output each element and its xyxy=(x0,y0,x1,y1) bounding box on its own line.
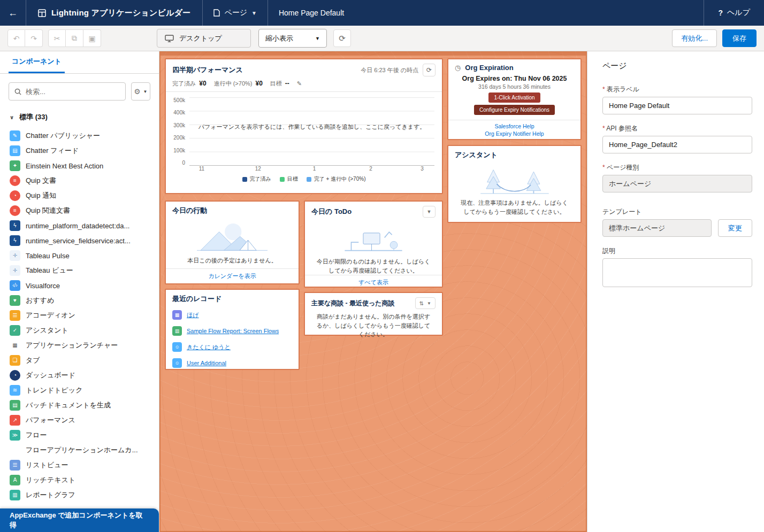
pages-menu-button[interactable]: ページ ▼ xyxy=(203,0,268,26)
performance-refresh-button[interactable]: ⟳ xyxy=(423,64,436,76)
app-builder-title-section: Lightning アプリケーションビルダー xyxy=(26,0,203,26)
component-list-item[interactable]: ≡ Quip 関連文書 xyxy=(0,203,159,218)
component-list-item[interactable]: ≋ トレンドトピック xyxy=(0,383,159,398)
display-label-input[interactable] xyxy=(602,97,752,114)
recent-record-item[interactable]: ☺ きたくに ゆうと xyxy=(166,339,299,355)
app-launcher-icon: ▦ xyxy=(10,340,20,351)
template-field: テンプレート 変更 xyxy=(602,207,752,237)
chevron-down-icon: ▼ xyxy=(315,36,320,41)
legend-swatch xyxy=(242,177,247,182)
key-deals-title: 主要な商談 - 最近使った商談 xyxy=(311,299,395,308)
todays-events-empty-message: 本日この後の予定はありません。 xyxy=(166,256,299,265)
component-list-item[interactable]: ▤ Chatter フィード xyxy=(0,143,159,158)
component-list-item[interactable]: ▥ レポートグラフ xyxy=(0,488,159,503)
assistant-component[interactable]: アシスタント 現在、注意事項はありません。しばらくしてからもう一度確認してくだ xyxy=(447,145,582,223)
record-link[interactable]: きたくに ゆうと xyxy=(187,343,231,351)
component-list-item[interactable]: ϟ runtime_platform_datadetect:da... xyxy=(0,218,159,233)
quip-notification-icon: ◔ xyxy=(10,190,20,201)
y-tick-label: 100k xyxy=(173,148,185,153)
component-settings-button[interactable]: ⚙ ▼ xyxy=(131,82,150,101)
component-list-item[interactable]: フローアプリケーションホームカ... xyxy=(0,443,159,458)
todays-events-component[interactable]: 今日の行動 本日この後の予定はありません。 カレンダーを表示 xyxy=(165,201,300,284)
device-selector[interactable]: デスクトップ xyxy=(157,29,251,48)
component-search-input[interactable] xyxy=(26,88,120,96)
org-expiry-notifier-help-link[interactable]: Org Expiry Notifier Help xyxy=(485,130,544,137)
recent-records-component[interactable]: 最近のレコード ▦ ほげ ▥ Sample Flow Report: Scree… xyxy=(165,289,300,370)
legend-swatch xyxy=(307,177,311,182)
recent-record-item[interactable]: ☺ User Additional xyxy=(166,355,299,371)
api-name-field: API 参照名 xyxy=(602,124,752,153)
salesforce-help-link[interactable]: Salesforce Help xyxy=(494,123,534,129)
copy-icon: ⧉ xyxy=(72,34,77,43)
component-list-item[interactable]: ▤ バッチドキュメントを生成 xyxy=(0,398,159,413)
back-arrow-icon: ← xyxy=(8,7,18,19)
component-list-item[interactable]: ♥ おすすめ xyxy=(0,293,159,308)
edit-goal-icon[interactable]: ✎ xyxy=(297,80,302,87)
org-expiration-links: Salesforce Help Org Expiry Notifier Help xyxy=(448,120,580,139)
component-list-item[interactable]: ↗ パフォーマンス xyxy=(0,413,159,428)
copy-button[interactable]: ⧉ xyxy=(66,29,83,47)
help-button[interactable]: ? ヘルプ xyxy=(704,0,764,26)
activate-button[interactable]: 有効化... xyxy=(672,29,717,47)
component-list-item[interactable]: ▦ アプリケーションランチャー xyxy=(0,338,159,353)
performance-icon: ↗ xyxy=(10,415,20,426)
user-icon: ☺ xyxy=(172,358,182,368)
cut-button[interactable]: ✂ xyxy=(48,29,66,47)
component-list-item[interactable]: ✎ Chatter パブリッシャー xyxy=(0,128,159,143)
view-all-link[interactable]: すべて表示 xyxy=(305,279,442,287)
component-list-item[interactable]: ◔ Quip 通知 xyxy=(0,188,159,203)
component-list-item[interactable]: A リッチテキスト xyxy=(0,473,159,488)
page-canvas[interactable]: 四半期パフォーマンス 今日 6:23 午後 の時点 ⟳ 完了済み ¥0 xyxy=(159,51,587,532)
one-click-activation-button[interactable]: 1-Click Activation xyxy=(488,92,540,103)
component-list-item[interactable]: ϟ runtime_service_fieldservice:act... xyxy=(0,233,159,248)
gear-icon: ⚙ xyxy=(134,88,141,96)
zoom-select[interactable]: 縮小表示 ▼ xyxy=(258,29,327,48)
component-list-item[interactable]: ≫ フロー xyxy=(0,428,159,443)
recent-record-item[interactable]: ▥ Sample Flow Report: Screen Flows xyxy=(166,323,299,339)
canvas-refresh-button[interactable]: ⟳ xyxy=(333,29,351,47)
clock-icon: ◷ xyxy=(455,64,461,72)
redo-button[interactable]: ↷ xyxy=(25,29,43,47)
todays-tasks-component[interactable]: 今日の ToDo ▼ 今日が期限のものはありません。しばらくしてから再度確認して… xyxy=(304,201,443,288)
description-textarea[interactable] xyxy=(602,258,752,287)
performance-component[interactable]: 四半期パフォーマンス 今日 6:23 午後 の時点 ⟳ 完了済み ¥0 xyxy=(165,58,443,194)
component-list-item[interactable]: ≡ Quip 文書 xyxy=(0,173,159,188)
component-list-item[interactable]: ✛ Tableau Pulse xyxy=(0,248,159,263)
component-list-item[interactable]: ◔ ダッシュボード xyxy=(0,368,159,383)
paste-button[interactable]: ▣ xyxy=(83,29,101,47)
standard-components-section-header[interactable]: ∨ 標準 (33) xyxy=(0,107,159,127)
back-button[interactable]: ← xyxy=(0,0,26,26)
undo-button[interactable]: ↶ xyxy=(7,29,25,47)
component-list-item[interactable]: ✦ Einstein Next Best Action xyxy=(0,158,159,173)
lightning-bolt-icon: ϟ xyxy=(10,220,20,231)
view-calendar-link[interactable]: カレンダーを表示 xyxy=(166,272,299,280)
change-template-button[interactable]: 変更 xyxy=(718,219,752,237)
legend-item: 完了済み xyxy=(242,175,271,183)
component-label: リストビュー xyxy=(26,460,68,470)
todays-events-title: 今日の行動 xyxy=(172,206,207,215)
x-tick-label: 12 xyxy=(255,166,261,172)
chart-plot-area: パフォーマンスを表示するには、作業している商談を追加し、ここに戻ってきます。 xyxy=(189,97,434,166)
component-list-item[interactable]: ✓ アシスタント xyxy=(0,323,159,338)
save-button[interactable]: 保存 xyxy=(722,29,757,47)
component-list-item[interactable]: ☰ リストビュー xyxy=(0,458,159,473)
component-label: フローアプリケーションホームカ... xyxy=(26,445,138,455)
tab-components[interactable]: コンポーネント xyxy=(9,51,65,73)
recent-record-item[interactable]: ▦ ほげ xyxy=(166,307,299,323)
record-link[interactable]: Sample Flow Report: Screen Flows xyxy=(187,328,279,334)
component-list-item[interactable]: ‹/› Visualforce xyxy=(0,278,159,293)
component-list-item[interactable]: ❏ タブ xyxy=(0,353,159,368)
record-link[interactable]: User Additional xyxy=(187,360,226,366)
component-label: リッチテキスト xyxy=(26,475,75,485)
component-list-item[interactable]: ☰ アコーディオン xyxy=(0,308,159,323)
api-name-input[interactable] xyxy=(602,136,752,153)
component-list-item[interactable]: ✛ Tableau ビュー xyxy=(0,263,159,278)
component-label: アシスタント xyxy=(26,326,68,335)
appexchange-button[interactable]: AppExchange で追加コンポーネントを取得 xyxy=(0,508,159,532)
deals-filter-button[interactable]: ⇅ ▼ xyxy=(415,297,436,309)
tasks-actions-dropdown-button[interactable]: ▼ xyxy=(423,206,436,218)
org-expiration-component[interactable]: ◷ Org Expiration Org Expires on: Thu Nov… xyxy=(447,58,582,140)
record-link[interactable]: ほげ xyxy=(187,311,199,319)
configure-expiry-notifications-button[interactable]: Configure Expiry Notifications xyxy=(474,105,555,115)
key-deals-component[interactable]: 主要な商談 - 最近使った商談 ⇅ ▼ 商談がまだありません。別の条件を選択する… xyxy=(304,292,443,336)
